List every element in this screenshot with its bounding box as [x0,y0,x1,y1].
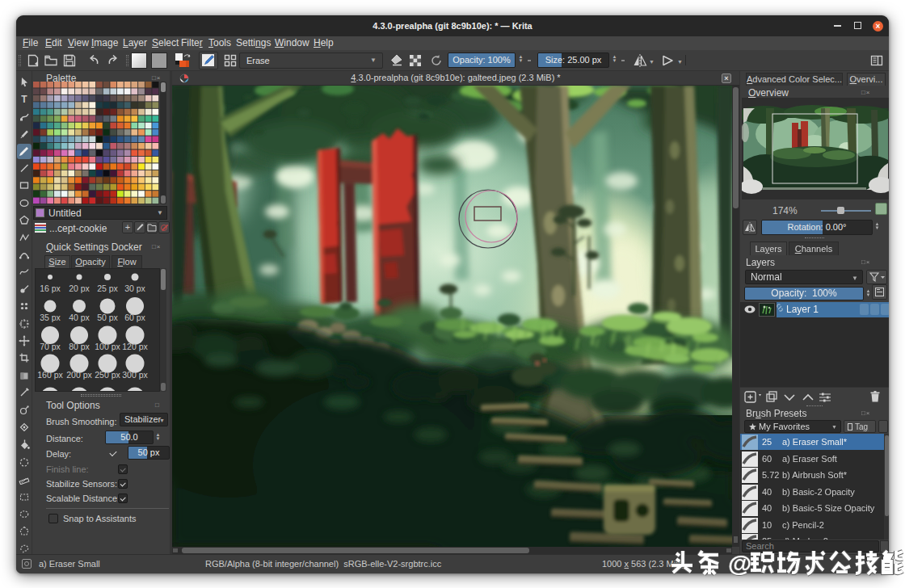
svg-text:40 px: 40 px [69,313,90,322]
svg-text:60 px: 60 px [124,313,145,322]
svg-text:30 px: 30 px [124,284,145,293]
svg-text:160 px: 160 px [37,370,63,380]
svg-text:50 px: 50 px [97,313,118,322]
svg-text:@: @ [728,550,751,577]
svg-text:25 px: 25 px [97,284,118,293]
svg-text:100 px: 100 px [95,342,120,351]
svg-text:16 px: 16 px [40,284,61,293]
svg-text:20 px: 20 px [69,284,90,293]
svg-text:200 px: 200 px [66,370,92,380]
svg-text:120 px: 120 px [122,342,148,351]
svg-text:T: T [21,94,27,104]
svg-text:70 px: 70 px [40,342,61,351]
svg-text:80 px: 80 px [69,342,90,351]
svg-text:250 px: 250 px [95,370,120,380]
svg-text:35 px: 35 px [40,313,61,322]
svg-text:300 px: 300 px [122,370,148,380]
